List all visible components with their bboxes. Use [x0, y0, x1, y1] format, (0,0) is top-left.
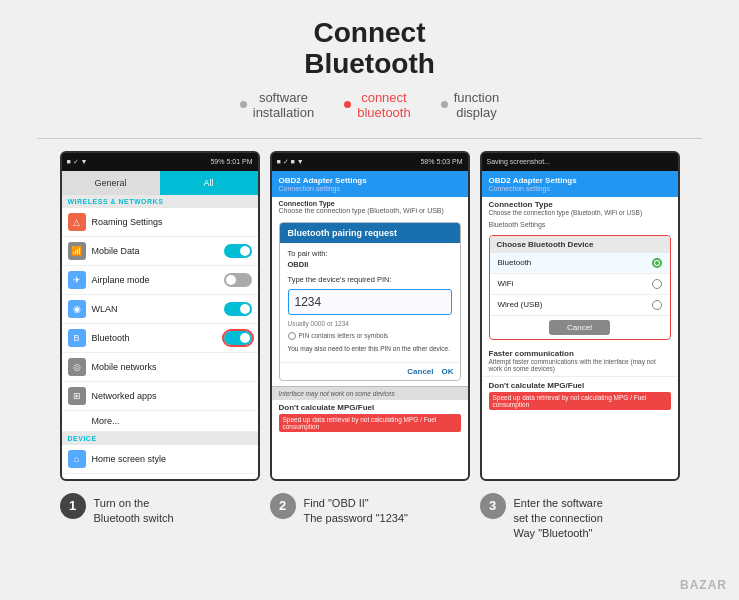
airplane-toggle[interactable] — [224, 273, 252, 287]
settings-sound: ♪ Sound — [62, 474, 258, 481]
mobile-data-icon: 📶 — [68, 242, 86, 260]
step3-text: Enter the software set the connection Wa… — [514, 496, 603, 542]
step3: 3 Enter the software set the connection … — [480, 493, 680, 542]
section-wireless: WIRELESS & NETWORKS — [62, 195, 258, 208]
step3-num: 3 — [480, 493, 506, 519]
ok-pairing-button[interactable]: OK — [442, 367, 454, 376]
pin-option: PIN contains letters or symbols — [288, 331, 452, 341]
pin-radio — [288, 332, 296, 340]
screen1-tabs: General All — [62, 171, 258, 195]
bluetooth-label: Bluetooth — [92, 333, 218, 343]
cancel-pairing-button[interactable]: Cancel — [407, 367, 433, 376]
screen2: ■ ✓ ■ ▼ 58% 5:03 PM OBD2 Adapter Setting… — [270, 151, 470, 481]
pairing-buttons: Cancel OK — [280, 362, 460, 380]
airplane-label: Airplane mode — [92, 275, 218, 285]
conn-type-area: Connection Type Choose the connection ty… — [272, 197, 468, 217]
step2-text: Find "OBD II" The password "1234" — [304, 496, 408, 527]
faster-desc: Attempt faster communications with the i… — [489, 358, 671, 372]
airplane-icon: ✈ — [68, 271, 86, 289]
divider — [37, 138, 702, 139]
screen3-status-bar: Saving screenshot... — [482, 153, 678, 171]
pairing-title: Bluetooth pairing request — [280, 223, 460, 243]
screen2-bg: OBD2 Adapter Settings Connection setting… — [272, 171, 468, 479]
mobile-networks-label: Mobile networks — [92, 362, 252, 372]
bluetooth-icon: B — [68, 329, 86, 347]
nav-function: function display — [441, 90, 500, 120]
bt-settings-label: Bluetooth Settings — [482, 219, 678, 230]
faster-title: Faster communication — [489, 349, 671, 358]
pair-with-label: To pair with: — [288, 248, 452, 259]
screen2-title: OBD2 Adapter Settings — [279, 176, 461, 185]
watermark: BAZAR — [680, 578, 727, 592]
steps-nav: software installation connect bluetooth … — [240, 90, 499, 120]
pair-with-value: OBDII — [288, 259, 452, 270]
dot-software — [240, 101, 247, 108]
screen3-conn-desc: Choose the connection type (Bluetooth, W… — [489, 209, 671, 216]
conn-desc-label: Choose the connection type (Bluetooth, W… — [279, 207, 461, 214]
screen3-title: OBD2 Adapter Settings — [489, 176, 671, 185]
networked-apps-icon: ⊞ — [68, 387, 86, 405]
bt-option-bluetooth[interactable]: Bluetooth — [490, 253, 670, 274]
nav-connect-label: connect bluetooth — [357, 90, 411, 120]
screen3-sub: Connection settings — [489, 185, 671, 192]
settings-networked-apps: ⊞ Networked apps — [62, 382, 258, 411]
roaming-icon: △ — [68, 213, 86, 231]
choose-bt-dialog: Choose Bluetooth Device Bluetooth WiFi W… — [489, 235, 671, 340]
nav-function-label: function display — [454, 90, 500, 120]
screen3-fuel: Don't calculate MPG/Fuel Speed up data r… — [482, 376, 678, 414]
home-label: Home screen style — [92, 454, 252, 464]
choose-bt-title: Choose Bluetooth Device — [490, 236, 670, 253]
wlan-label: WLAN — [92, 304, 218, 314]
step1: 1 Turn on the Bluetooth switch — [60, 493, 260, 542]
pairing-note: You may also need to enter this PIN on t… — [288, 344, 452, 354]
bt-radio-wired — [652, 300, 662, 310]
tab-general[interactable]: General — [62, 171, 160, 195]
fuel-desc2: Speed up data retrieval by not calculati… — [279, 414, 461, 432]
sound-icon: ♪ — [68, 479, 86, 481]
nav-connect: connect bluetooth — [344, 90, 411, 120]
networked-apps-label: Networked apps — [92, 391, 252, 401]
page-title: Connect Bluetooth — [240, 18, 499, 80]
pin-label: Type the device's required PIN: — [288, 274, 452, 285]
bt-radio-wifi — [652, 279, 662, 289]
page-wrapper: Connect Bluetooth software installation … — [0, 0, 739, 600]
step2-num: 2 — [270, 493, 296, 519]
dot-function — [441, 101, 448, 108]
cancel-btn-row: Cancel — [490, 316, 670, 339]
dot-connect — [344, 101, 351, 108]
screen3-conn-type: Connection Type Choose the connection ty… — [482, 197, 678, 219]
bt-option-wired[interactable]: Wired (USB) — [490, 295, 670, 316]
settings-airplane: ✈ Airplane mode — [62, 266, 258, 295]
screen3-header: OBD2 Adapter Settings Connection setting… — [482, 171, 678, 197]
cancel-button[interactable]: Cancel — [549, 320, 610, 335]
fuel-title3: Don't calculate MPG/Fuel — [489, 381, 671, 390]
screen3-bg: OBD2 Adapter Settings Connection setting… — [482, 171, 678, 479]
mobile-networks-icon: ◎ — [68, 358, 86, 376]
screen1: ■ ✓ ▼ 59% 5:01 PM General All WIRELESS &… — [60, 151, 260, 481]
screen3: Saving screenshot... OBD2 Adapter Settin… — [480, 151, 680, 481]
wlan-icon: ◉ — [68, 300, 86, 318]
nav-software: software installation — [240, 90, 314, 120]
pairing-dialog: Bluetooth pairing request To pair with: … — [279, 222, 461, 381]
header: Connect Bluetooth software installation … — [240, 0, 499, 130]
mobile-data-toggle[interactable] — [224, 244, 252, 258]
settings-more[interactable]: More... — [62, 411, 258, 432]
step1-num: 1 — [60, 493, 86, 519]
screen2-header: OBD2 Adapter Settings Connection setting… — [272, 171, 468, 197]
fuel-title2: Don't calculate MPG/Fuel — [279, 403, 461, 412]
bt-option-wifi[interactable]: WiFi — [490, 274, 670, 295]
pin-hint: Usually 0000 or 1234 — [288, 319, 452, 329]
screen3-conn-label: Connection Type — [489, 200, 671, 209]
bluetooth-toggle[interactable] — [224, 331, 252, 345]
settings-mobile-networks: ◎ Mobile networks — [62, 353, 258, 382]
settings-home-screen: ⌂ Home screen style — [62, 445, 258, 474]
bt-wired-label: Wired (USB) — [498, 300, 543, 309]
nav-software-label: software installation — [253, 90, 314, 120]
wlan-toggle[interactable] — [224, 302, 252, 316]
tab-all[interactable]: All — [160, 171, 258, 195]
screen2-sub: Connection settings — [279, 185, 461, 192]
settings-roaming: △ Roaming Settings — [62, 208, 258, 237]
pin-box[interactable]: 1234 — [288, 289, 452, 315]
settings-mobile-data: 📶 Mobile Data — [62, 237, 258, 266]
settings-bluetooth: B Bluetooth — [62, 324, 258, 353]
